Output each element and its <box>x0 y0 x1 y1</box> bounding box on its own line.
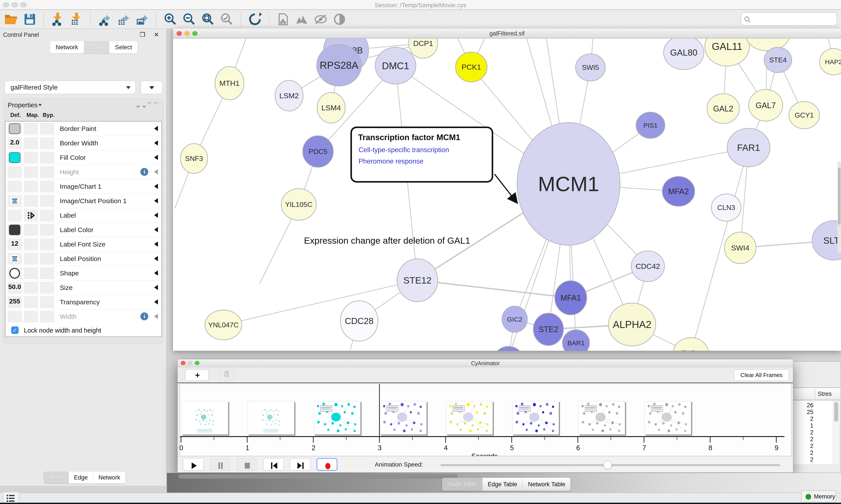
property-cell[interactable] <box>24 253 38 265</box>
property-cell[interactable] <box>40 181 54 192</box>
timeline-frame-4[interactable] <box>446 401 493 435</box>
cyanimator-titlebar[interactable]: CyAnimator <box>178 359 793 367</box>
table-column-stress[interactable]: Stres <box>818 391 831 397</box>
property-row-width[interactable]: Widthi <box>5 309 161 324</box>
property-cell[interactable] <box>24 239 38 250</box>
search-input[interactable] <box>753 14 834 24</box>
export-image-icon[interactable] <box>136 13 149 26</box>
skip-end-button[interactable] <box>290 458 311 471</box>
property-row-border-width[interactable]: 2.0Border Width <box>5 136 161 150</box>
panel-tab-node[interactable]: Node <box>44 472 69 483</box>
import-table-icon[interactable] <box>70 13 83 26</box>
property-cell[interactable] <box>40 239 54 250</box>
expand-arrow-icon[interactable] <box>154 285 158 290</box>
property-cell[interactable] <box>24 166 38 178</box>
property-cell[interactable] <box>24 268 38 279</box>
table-tab-network-table[interactable]: Network Table <box>523 478 571 491</box>
search-box[interactable] <box>741 12 837 26</box>
property-cell[interactable] <box>40 253 54 265</box>
color-swatch[interactable] <box>9 124 20 134</box>
expand-arrow-icon[interactable] <box>154 213 158 218</box>
property-cell[interactable] <box>40 268 54 279</box>
annotation-box[interactable]: Transcription factor MCM1 Cell-type-spec… <box>351 127 493 183</box>
clear-all-frames-button[interactable]: Clear All Frames <box>734 369 789 381</box>
open-session-icon[interactable] <box>4 13 18 26</box>
annotation-link-2[interactable]: Pheromone response <box>359 158 423 165</box>
expand-arrow-icon[interactable] <box>154 299 158 305</box>
expand-arrow-icon[interactable] <box>154 184 158 189</box>
expand-arrow-icon[interactable] <box>154 140 158 146</box>
expand-arrow-icon[interactable] <box>154 198 158 203</box>
timeline[interactable]: 0123456789Seconds <box>180 384 791 456</box>
property-row-size[interactable]: 50.0Size <box>5 281 161 295</box>
property-cell[interactable] <box>8 311 22 322</box>
table-horizontal-scrollbar[interactable] <box>179 474 458 479</box>
zoom-fit-icon[interactable] <box>201 13 215 26</box>
control-panel-window-buttons[interactable]: ❐ ✕ <box>140 31 162 38</box>
color-swatch[interactable] <box>9 152 20 163</box>
expand-arrow-icon[interactable] <box>154 227 158 232</box>
default-value[interactable]: 50.0 <box>5 283 24 290</box>
property-cell[interactable] <box>8 166 22 178</box>
export-network-icon[interactable] <box>98 13 111 26</box>
ellipse-shape-icon[interactable] <box>10 268 20 278</box>
network-window-titlebar[interactable]: galFiltered.sif <box>173 29 841 38</box>
timeline-frame-3[interactable] <box>380 401 427 435</box>
timeline-frame-1[interactable] <box>248 401 294 435</box>
collapse-all-icon[interactable]: ⌃⌃ <box>146 101 159 109</box>
color-swatch[interactable] <box>9 224 20 235</box>
timeline-frame-5[interactable] <box>512 401 559 435</box>
property-row-height[interactable]: Heighti <box>5 165 161 179</box>
expand-all-icon[interactable]: ⌄⌄ <box>135 101 147 109</box>
property-row-label-position[interactable]: Label Position <box>5 252 161 266</box>
property-row-label-color[interactable]: Label Color <box>5 223 161 237</box>
position-icon[interactable] <box>11 255 19 262</box>
expand-arrow-icon[interactable] <box>154 155 158 160</box>
table-tab-edge-table[interactable]: Edge Table <box>482 478 523 491</box>
property-cell[interactable] <box>8 210 22 221</box>
property-cell[interactable] <box>24 282 38 293</box>
property-cell[interactable] <box>24 311 38 322</box>
memory-button[interactable]: Memory <box>801 490 836 502</box>
network-canvas[interactable]: RPS28BDCP1RPS28ADMC1PCK1SWI5GAL80GAL11ST… <box>173 38 841 351</box>
style-options-button[interactable] <box>141 80 162 94</box>
info-icon[interactable]: i <box>140 168 148 176</box>
record-button[interactable] <box>317 458 338 471</box>
property-cell[interactable] <box>24 181 38 192</box>
table-column-headers[interactable]: ity Stres <box>787 388 841 400</box>
property-cell[interactable] <box>24 152 38 163</box>
timeline-playhead[interactable] <box>379 384 380 436</box>
table-vertical-scrollbar[interactable] <box>833 401 839 464</box>
zoom-in-icon[interactable] <box>164 13 177 26</box>
tab-network[interactable]: Network <box>50 41 84 53</box>
property-row-fill-color[interactable]: Fill Color <box>5 150 161 165</box>
property-row-label[interactable]: Label <box>5 208 161 223</box>
tab-select[interactable]: Select <box>109 41 138 53</box>
property-cell[interactable] <box>24 224 38 236</box>
table-tab-node-table[interactable]: Node Table <box>442 478 482 491</box>
property-row-image-chart-position-1[interactable]: Image/Chart Position 1 <box>5 194 161 208</box>
panel-tab-edge[interactable]: Edge <box>69 472 93 483</box>
property-cell[interactable] <box>24 296 38 308</box>
expand-arrow-icon[interactable] <box>154 256 158 261</box>
property-row-transparency[interactable]: 255Transparency <box>5 295 161 309</box>
property-cell[interactable] <box>24 195 38 207</box>
property-cell[interactable] <box>24 138 38 149</box>
play-button[interactable] <box>183 458 204 471</box>
expand-arrow-icon[interactable] <box>154 314 158 319</box>
position-icon[interactable] <box>11 197 19 204</box>
tab-style[interactable]: Style <box>84 41 109 53</box>
properties-header[interactable]: Properties ⌄⌄ ⌃⌃ <box>3 99 163 111</box>
property-row-label-font-size[interactable]: 12Label Font Size <box>5 237 161 252</box>
lock-checkbox[interactable]: ✓ <box>11 326 19 334</box>
zoom-out-icon[interactable] <box>183 13 196 26</box>
slider-thumb[interactable] <box>603 461 612 469</box>
network-edge[interactable] <box>417 280 571 298</box>
property-cell[interactable] <box>40 311 54 322</box>
property-cell[interactable] <box>8 181 22 192</box>
property-cell[interactable] <box>40 282 54 293</box>
property-cell[interactable] <box>40 123 54 134</box>
expand-arrow-icon[interactable] <box>154 169 158 175</box>
property-row-shape[interactable]: Shape <box>5 266 161 281</box>
property-cell[interactable] <box>24 123 38 134</box>
